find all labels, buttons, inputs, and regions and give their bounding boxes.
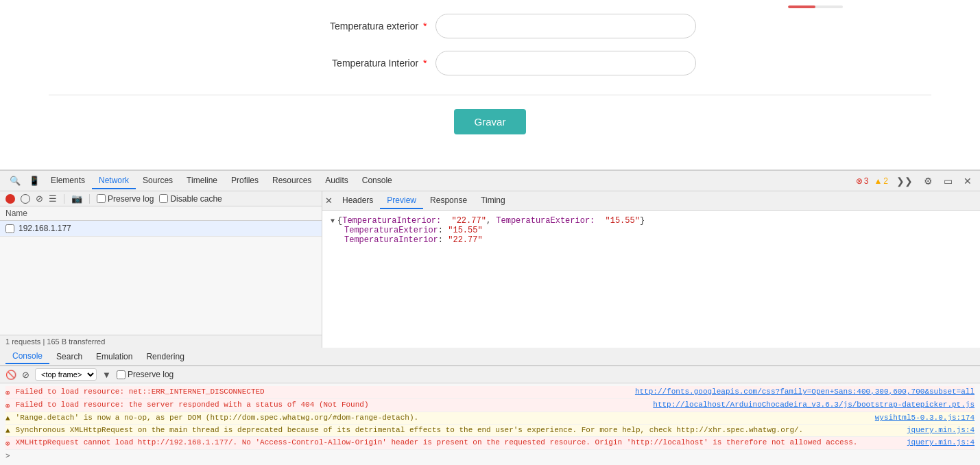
- filter-icon[interactable]: ⊘: [36, 193, 43, 204]
- tab-timeline[interactable]: Timeline: [180, 173, 224, 189]
- disable-cache-checkbox[interactable]: [159, 194, 168, 203]
- console-preserve-log-label[interactable]: Preserve log: [117, 370, 174, 379]
- detail-content: ▼ { TemperaturaInterior: "22.77" , Tempe…: [322, 211, 980, 348]
- settings-button[interactable]: ⚙: [921, 174, 935, 188]
- devtools-search-icon[interactable]: 🔍: [5, 176, 25, 186]
- detail-close-button[interactable]: ✕: [325, 195, 333, 206]
- required-star-1: *: [423, 21, 427, 32]
- tab-audits[interactable]: Audits: [318, 173, 355, 189]
- progress-bar: [788, 5, 843, 8]
- network-status-bar: 1 requests | 165 B transferred: [0, 335, 322, 348]
- tab-profiles[interactable]: Profiles: [224, 173, 265, 189]
- close-devtools-button[interactable]: ✕: [961, 174, 975, 188]
- warning-badge: ▲ 2: [874, 176, 888, 186]
- form-group-exterior: Temperatura exterior *: [285, 14, 696, 38]
- field2-label: Temperatura Interior *: [285, 58, 435, 69]
- network-column-header: Name: [0, 206, 322, 221]
- network-left-panel: ⊘ ☰ 📷 Preserve log Disable cache Name: [0, 191, 322, 348]
- warning-icon-3: ▲: [5, 427, 10, 435]
- tab-console[interactable]: Console: [355, 173, 399, 189]
- error-icon-1: ⊗: [5, 401, 10, 410]
- form-group-interior: Temperatura Interior *: [285, 51, 696, 75]
- capture-screenshot-icon[interactable]: 📷: [71, 193, 82, 204]
- console-line-0: ⊗ Failed to load resource: net::ERR_INTE…: [5, 386, 975, 399]
- bottom-tab-console[interactable]: Console: [5, 349, 49, 364]
- error-icon-0: ⊗: [5, 388, 10, 397]
- devtools-panel: 🔍 📱 Elements Network Sources Timeline Pr…: [0, 170, 980, 465]
- frame-dropdown-icon[interactable]: ▼: [102, 370, 111, 380]
- bottom-tab-emulation[interactable]: Emulation: [89, 350, 139, 363]
- error-icon-4: ⊗: [5, 439, 10, 448]
- console-preserve-log-checkbox[interactable]: [117, 370, 126, 379]
- expand-console-button[interactable]: ❯❯: [894, 174, 916, 188]
- detail-tab-response[interactable]: Response: [423, 193, 474, 209]
- console-text-4: XMLHttpRequest cannot load http://192.16…: [16, 438, 901, 446]
- toolbar-divider1: [64, 194, 64, 204]
- preserve-log-checkbox[interactable]: [97, 194, 106, 203]
- tab-elements[interactable]: Elements: [44, 173, 92, 189]
- console-file-4[interactable]: jquery.min.js:4: [907, 438, 975, 446]
- console-file-3[interactable]: jquery.min.js:4: [907, 426, 975, 434]
- warning-icon: ▲: [874, 176, 882, 186]
- network-empty-space: [0, 237, 322, 335]
- form-divider: [49, 95, 931, 95]
- console-input-line: >: [5, 450, 975, 462]
- json-triangle-root[interactable]: ▼: [331, 217, 335, 225]
- console-filter-icon[interactable]: ⊘: [22, 370, 29, 380]
- console-bottom: 🚫 ⊘ <top frame> ▼ Preserve log ⊗ Failed …: [0, 366, 980, 465]
- clear-button[interactable]: [21, 194, 30, 204]
- error-badge: ⊗ 3: [856, 176, 869, 186]
- network-right-panel: ✕ Headers Preview Response Timing ▼ { Te…: [322, 191, 980, 348]
- devtools-tabs: 🔍 📱 Elements Network Sources Timeline Pr…: [5, 173, 399, 189]
- devtools-topbar-right: ⊗ 3 ▲ 2 ❯❯ ⚙ ▭ ✕: [856, 174, 975, 188]
- console-prompt: >: [5, 452, 10, 460]
- gravar-button[interactable]: Gravar: [454, 109, 527, 134]
- detail-tab-timing[interactable]: Timing: [474, 193, 512, 209]
- console-line-2: ▲ 'Range.detach' is now a no-op, as per …: [5, 412, 975, 425]
- tab-resources[interactable]: Resources: [265, 173, 318, 189]
- all-filter-icon[interactable]: ☰: [49, 193, 57, 204]
- toolbar-divider2: [89, 194, 90, 204]
- json-exterior-line: TemperaturaExterior : "15.55": [344, 226, 972, 235]
- console-text-0: Failed to load resource: net::ERR_INTERN…: [16, 388, 630, 396]
- console-file-1[interactable]: http://localhost/ArduinoChocadeira_v3.6.…: [653, 401, 975, 409]
- temperatura-interior-input[interactable]: [435, 51, 696, 75]
- dock-button[interactable]: ▭: [941, 174, 955, 188]
- network-request-row[interactable]: 192.168.1.177: [0, 221, 322, 237]
- frame-selector[interactable]: <top frame>: [35, 368, 97, 381]
- bottom-tab-rendering[interactable]: Rendering: [139, 350, 191, 363]
- tab-network[interactable]: Network: [92, 173, 136, 189]
- record-button[interactable]: [5, 194, 15, 204]
- console-file-2[interactable]: wysihtml5-0.3.0.js:174: [875, 414, 975, 422]
- devtools-device-icon[interactable]: 📱: [25, 176, 44, 186]
- bottom-tab-search[interactable]: Search: [49, 350, 89, 363]
- console-text-2: 'Range.detach' is now a no-op, as per DO…: [16, 414, 870, 422]
- disable-cache-checkbox-label[interactable]: Disable cache: [159, 194, 222, 204]
- detail-tabs-bar: ✕ Headers Preview Response Timing: [322, 191, 980, 211]
- preserve-log-checkbox-label[interactable]: Preserve log: [97, 194, 154, 204]
- console-text-1: Failed to load resource: the server resp…: [16, 401, 648, 409]
- console-text-3: Synchronous XMLHttpRequest on the main t…: [16, 426, 901, 434]
- tab-sources[interactable]: Sources: [136, 173, 180, 189]
- detail-tab-preview[interactable]: Preview: [380, 193, 423, 209]
- detail-tab-headers[interactable]: Headers: [335, 193, 380, 209]
- network-panel: ⊘ ☰ 📷 Preserve log Disable cache Name: [0, 191, 980, 348]
- main-page-area: Temperatura exterior * Temperatura Inter…: [0, 0, 980, 170]
- warning-icon-2: ▲: [5, 414, 10, 422]
- console-line-3: ▲ Synchronous XMLHttpRequest on the main…: [5, 425, 975, 437]
- console-content: ⊗ Failed to load resource: net::ERR_INTE…: [0, 383, 980, 465]
- console-file-0[interactable]: http://fonts.googleapis.com/css?family=O…: [635, 388, 975, 396]
- console-clear-icon[interactable]: 🚫: [5, 370, 16, 380]
- field1-label: Temperatura exterior *: [285, 21, 435, 32]
- console-line-4: ⊗ XMLHttpRequest cannot load http://192.…: [5, 437, 975, 450]
- bottom-tab-bar: Console Search Emulation Rendering: [0, 348, 980, 366]
- json-root-line: ▼ { TemperaturaInterior: "22.77" , Tempe…: [331, 216, 972, 226]
- temperatura-exterior-input[interactable]: [435, 14, 696, 38]
- progress-bar-fill: [788, 5, 815, 8]
- console-input[interactable]: [13, 452, 975, 460]
- request-checkbox[interactable]: [5, 224, 14, 233]
- error-icon: ⊗: [856, 176, 863, 186]
- json-interior-line: TemperaturaInterior : "22.77": [344, 235, 972, 245]
- console-toolbar: 🚫 ⊘ <top frame> ▼ Preserve log: [0, 366, 980, 383]
- network-toolbar: ⊘ ☰ 📷 Preserve log Disable cache: [0, 191, 322, 206]
